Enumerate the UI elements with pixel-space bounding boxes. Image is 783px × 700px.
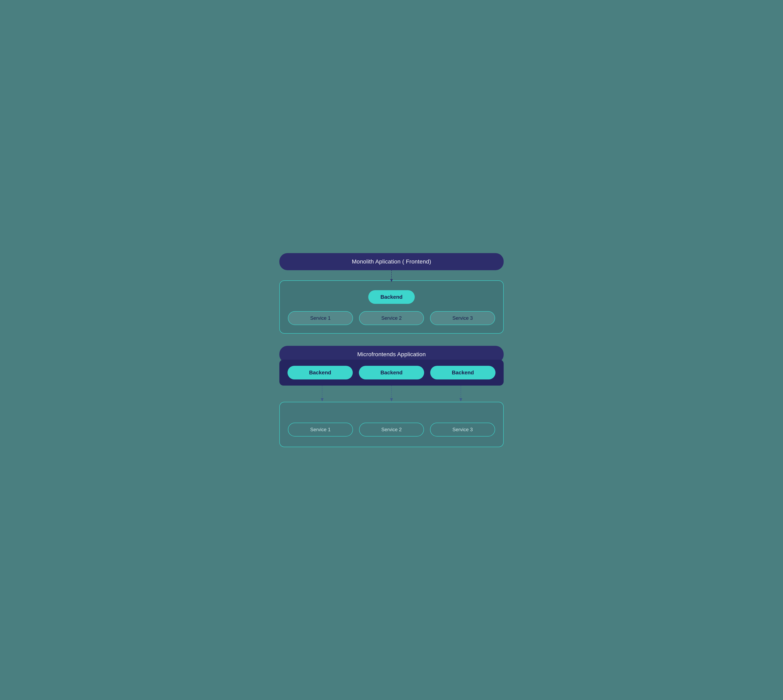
svg-marker-1	[390, 279, 393, 282]
monolith-title: Monolith Aplication ( Frontend)	[352, 258, 431, 265]
microfrontends-title: Microfrontends Application	[357, 351, 426, 357]
monolith-service2-pill: Service 2	[359, 311, 424, 325]
mf-service2-pill: Service 2	[359, 423, 424, 437]
svg-marker-7	[459, 398, 462, 402]
monolith-section: Monolith Aplication ( Frontend) Backend …	[279, 253, 504, 333]
mf-arrows-row	[279, 385, 504, 402]
mf-arrow-col-2	[357, 385, 426, 402]
mf-backend3-pill: Backend	[430, 366, 496, 380]
monolith-arrow-svg	[387, 270, 396, 282]
svg-marker-3	[321, 398, 324, 402]
monolith-service1-pill: Service 1	[288, 311, 353, 325]
mf-service1-pill: Service 1	[288, 423, 353, 437]
mf-service3-pill: Service 3	[430, 423, 495, 437]
mf-services-container: Service 1 Service 2 Service 3	[279, 402, 504, 447]
monolith-services-row: Service 1 Service 2 Service 3	[288, 311, 495, 325]
mf-arrow-col-1	[287, 385, 357, 402]
backends-container: Backend Backend Backend	[279, 360, 504, 385]
monolith-backend-pill: Backend	[368, 290, 415, 304]
mf-backend1-pill: Backend	[287, 366, 353, 380]
mf-arrow3-svg	[458, 385, 464, 402]
mf-arrow1-svg	[319, 385, 325, 402]
mf-backend2-pill: Backend	[359, 366, 424, 380]
monolith-inner-box: Backend Service 1 Service 2 Service 3	[279, 280, 504, 333]
microfrontends-section: Microfrontends Application Backend Backe…	[279, 346, 504, 447]
mf-arrow2-svg	[389, 385, 394, 402]
monolith-arrow-connector	[387, 270, 396, 282]
mf-services-row: Service 1 Service 2 Service 3	[288, 423, 495, 437]
monolith-header: Monolith Aplication ( Frontend)	[279, 253, 504, 270]
mf-arrow-col-3	[426, 385, 496, 402]
monolith-service3-pill: Service 3	[430, 311, 495, 325]
main-container: Monolith Aplication ( Frontend) Backend …	[279, 253, 504, 447]
svg-marker-5	[390, 398, 393, 402]
